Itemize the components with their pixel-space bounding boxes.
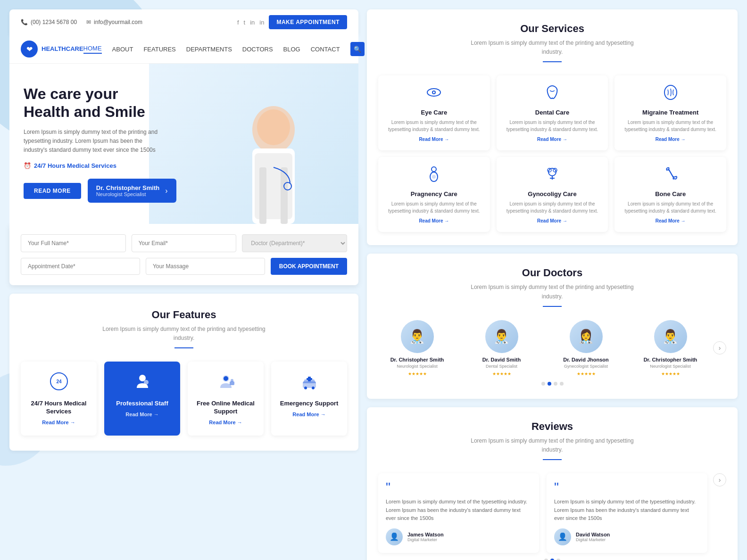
svg-text:24: 24	[56, 379, 62, 384]
feature-staff-read-more[interactable]: Read More →	[112, 412, 173, 417]
chevron-right-icon: ›	[165, 187, 167, 195]
feature-card-online[interactable]: Free Online Medical Support Read More →	[188, 362, 264, 436]
migraine-read-more[interactable]: Read More →	[621, 137, 720, 142]
phone-number: (00) 1234 5678 00	[31, 19, 77, 25]
doctor-card-3[interactable]: 👨‍⚕️ Dr. Christopher Smith Neurologist S…	[631, 320, 709, 376]
service-eye-care[interactable]: Eye Care Lorem ipsum is simply dummy tex…	[378, 75, 490, 150]
linkedin-icon[interactable]: in	[259, 19, 264, 26]
feature-card-emergency[interactable]: Emergency Support Read More →	[271, 362, 347, 436]
feature-card-247[interactable]: 24 24/7 Hours Medical Services Read More…	[21, 362, 97, 436]
reviews-grid: " Lorem Ipsum is simply dummy text of th…	[378, 473, 707, 553]
review-quote-icon-0: "	[386, 481, 531, 494]
services-divider	[543, 61, 562, 62]
make-appointment-button[interactable]: MAKE APPOINTMENT	[269, 15, 347, 29]
doctors-header: Our Doctors Lorem Ipsum is simply dummy …	[378, 267, 726, 306]
header-contact: 📞 (00) 1234 5678 00 ✉ info@yourmail.com	[21, 19, 142, 25]
dental-care-desc: Lorem ipsum is simply dummy text of the …	[503, 119, 602, 133]
doctor-avatar-0: 👨‍⚕️	[401, 320, 434, 353]
doctor-card-1[interactable]: 👨‍⚕️ Dr. David Smith Dental Specialist ★…	[463, 320, 540, 376]
feature-staff-name: Professional Staff	[112, 400, 173, 408]
svg-point-9	[139, 375, 146, 381]
bone-care-name: Bone Care	[621, 190, 720, 198]
nav-contact[interactable]: CONTACT	[311, 46, 340, 53]
dot-3[interactable]	[554, 382, 557, 386]
book-appointment-button[interactable]: BOOK APPOINTMENT	[271, 258, 347, 275]
service-migraine[interactable]: Migraine Treatment Lorem ipsum is simply…	[614, 75, 726, 150]
pregnancy-desc: Lorem ipsum is simply dummy text of the …	[385, 200, 483, 214]
feature-online-read-more[interactable]: Read More →	[195, 420, 256, 425]
feature-emergency-read-more[interactable]: Read More →	[279, 412, 340, 417]
review-quote-icon-1: "	[554, 481, 700, 494]
facebook-icon[interactable]: f	[237, 19, 239, 26]
nav-blog[interactable]: BLOG	[283, 46, 300, 53]
doctor-select[interactable]: Doctor (Department)*	[242, 234, 347, 252]
doctors-grid: 👨‍⚕️ Dr. Christopher Smith Neurologist S…	[378, 320, 709, 376]
feature-247-read-more[interactable]: Read More →	[28, 420, 89, 425]
svg-rect-5	[281, 167, 288, 224]
hero-doctor-card[interactable]: Dr. Christopher Smith Neurologist Specia…	[88, 179, 176, 203]
doctors-carousel: 👨‍⚕️ Dr. Christopher Smith Neurologist S…	[378, 320, 726, 376]
reviewer-info-0: James Watson Digital Marketer	[407, 532, 444, 542]
bone-care-read-more[interactable]: Read More →	[621, 218, 720, 223]
review-text-1: Lorem Ipsum is simply dummy text of the …	[554, 498, 700, 523]
doctor-stars-2: ★★★★★	[547, 371, 625, 376]
feature-card-staff[interactable]: Professional Staff Read More →	[104, 362, 180, 436]
doctors-section: Our Doctors Lorem Ipsum is simply dummy …	[367, 254, 738, 398]
svg-point-26	[432, 175, 436, 179]
service-dental-care[interactable]: Dental Care Lorem ipsum is simply dummy …	[497, 75, 608, 150]
reviewer-role-0: Digital Marketer	[407, 537, 444, 542]
doctor-name-2: Dr. David Jhonson	[547, 357, 625, 362]
doctor-name-0: Dr. Christopher Smith	[378, 357, 456, 362]
svg-rect-19	[307, 378, 312, 380]
doctor-svg	[226, 82, 321, 224]
svg-rect-13	[230, 381, 234, 385]
doctor-spec-1: Dental Specialist	[463, 364, 540, 369]
doctors-title: Our Doctors	[378, 267, 726, 279]
svg-point-22	[433, 91, 435, 93]
svg-point-10	[144, 380, 149, 385]
dot-2[interactable]	[548, 382, 551, 386]
svg-point-14	[231, 379, 233, 382]
appointment-form: Doctor (Department)* BOOK APPOINTMENT	[9, 224, 358, 285]
nav-about[interactable]: ABOUT	[112, 46, 133, 53]
svg-point-24	[432, 167, 436, 172]
bone-care-desc: Lorem ipsum is simply dummy text of the …	[621, 200, 720, 214]
service-gynecology[interactable]: Gynocoligy Care Lorem ipsum is simply du…	[497, 157, 608, 232]
message-input[interactable]	[146, 258, 265, 275]
doctor-stars-1: ★★★★★	[463, 371, 540, 376]
nav-features[interactable]: FEATURES	[143, 46, 175, 53]
right-panel: Our Services Lorem Ipsum is simply dummy…	[367, 9, 738, 560]
migraine-name: Migraine Treatment	[621, 109, 720, 116]
doctor-stars-3: ★★★★★	[631, 371, 709, 376]
doctors-desc: Lorem Ipsum is simply dummy text of the …	[467, 283, 637, 301]
email-input[interactable]	[132, 234, 237, 252]
twitter-icon[interactable]: t	[244, 19, 246, 26]
doctor-card-2[interactable]: 👩‍⚕️ Dr. David Jhonson Gynecologist Spec…	[547, 320, 625, 376]
date-input[interactable]	[21, 258, 140, 275]
service-bone-care[interactable]: Bone Care Lorem ipsum is simply dummy te…	[614, 157, 726, 232]
pregnancy-name: Pragnency Care	[385, 190, 483, 198]
logo-icon: ❤	[21, 41, 38, 58]
nav-departments[interactable]: DEPARTMENTS	[186, 46, 232, 53]
doctors-divider	[543, 306, 562, 307]
doctor-spec-0: Neurologist Specialist	[378, 364, 456, 369]
full-name-input[interactable]	[21, 234, 126, 252]
hero-read-more-button[interactable]: READ MORE	[24, 183, 81, 199]
feature-online-icon	[195, 372, 256, 394]
eye-care-read-more[interactable]: Read More →	[385, 137, 483, 142]
doctor-card-0[interactable]: 👨‍⚕️ Dr. Christopher Smith Neurologist S…	[378, 320, 456, 376]
dot-1[interactable]	[541, 382, 545, 386]
instagram-icon[interactable]: in	[250, 19, 255, 26]
nav-doctors[interactable]: DOCTORS	[242, 46, 273, 53]
reviewer-avatar-0: 👤	[386, 528, 403, 545]
gynecology-read-more[interactable]: Read More →	[503, 218, 602, 223]
pregnancy-read-more[interactable]: Read More →	[385, 218, 483, 223]
dental-care-read-more[interactable]: Read More →	[503, 137, 602, 142]
nav-home[interactable]: HOME	[83, 45, 102, 54]
service-pregnancy[interactable]: Pragnency Care Lorem ipsum is simply dum…	[378, 157, 490, 232]
reviews-next-button[interactable]: ›	[713, 473, 726, 486]
reviewer-info-1: David Watson Digital Marketer	[576, 532, 610, 542]
search-button[interactable]: 🔍	[350, 42, 365, 56]
doctors-next-button[interactable]: ›	[713, 341, 726, 354]
dot-4[interactable]	[560, 382, 564, 386]
